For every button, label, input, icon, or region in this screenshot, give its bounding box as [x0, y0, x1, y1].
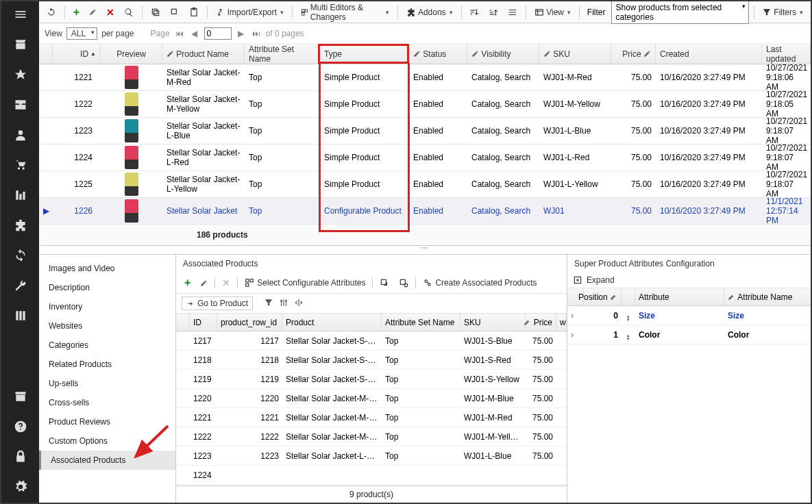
- add-button[interactable]: +: [70, 4, 83, 21]
- prev-page-button[interactable]: ◀: [189, 29, 200, 38]
- import-export-menu[interactable]: Import/Export: [212, 5, 287, 19]
- col-attr[interactable]: Attribute Set Name: [245, 44, 320, 64]
- gear-icon[interactable]: [13, 479, 28, 494]
- assoc-row[interactable]: 1219 1219 Stellar Solar Jacket-S-Yellow …: [176, 370, 567, 389]
- col-visibility[interactable]: Visibility: [467, 44, 539, 64]
- copy-button[interactable]: [147, 5, 164, 19]
- star-icon[interactable]: [13, 67, 28, 82]
- assoc-filter-button[interactable]: [264, 298, 273, 310]
- last-page-button[interactable]: ⏭: [251, 29, 262, 38]
- assoc-row[interactable]: 1220 1220 Stellar Solar Jacket-M-Blue To…: [176, 389, 567, 408]
- assoc-row[interactable]: 1224: [176, 466, 567, 485]
- paste-button[interactable]: [186, 5, 202, 19]
- assoc-add-button[interactable]: +: [182, 275, 193, 290]
- acol-prid[interactable]: product_row_id: [217, 314, 282, 331]
- delete-button[interactable]: ✕: [103, 5, 118, 20]
- col-attribute[interactable]: Attribute: [635, 288, 724, 305]
- menu-icon[interactable]: [13, 7, 28, 22]
- tab-inventory[interactable]: Inventory: [39, 297, 175, 316]
- archive-icon[interactable]: [13, 389, 28, 404]
- expand-icon[interactable]: ›: [567, 311, 584, 320]
- acol-w[interactable]: w: [556, 314, 567, 331]
- assoc-btn2[interactable]: [396, 277, 411, 289]
- col-updated[interactable]: Last updated: [762, 44, 811, 64]
- tab-custom-options[interactable]: Custom Options: [39, 431, 175, 451]
- assoc-row[interactable]: 1223 1223 Stellar Solar Jacket-L-Blue To…: [176, 446, 567, 466]
- page-input[interactable]: [204, 27, 232, 40]
- search-button[interactable]: [121, 5, 137, 19]
- edit-button[interactable]: [86, 6, 100, 18]
- store-icon[interactable]: [13, 37, 28, 52]
- col-attr-name[interactable]: Attribute Name: [724, 288, 811, 305]
- assoc-cols-button[interactable]: [279, 298, 288, 310]
- expand-icon[interactable]: ›: [567, 330, 584, 340]
- assoc-split-button[interactable]: [294, 298, 304, 310]
- acol-price[interactable]: Price: [526, 314, 556, 331]
- table-row[interactable]: 1221 Stellar Solar Jacket-M-Red Top Simp…: [39, 64, 811, 91]
- filter-dropdown[interactable]: Show products from selected categories: [611, 1, 749, 24]
- col-sku[interactable]: SKU: [539, 44, 611, 64]
- tab-description[interactable]: Description: [39, 278, 175, 297]
- tab-related-products[interactable]: Related Products: [39, 355, 175, 374]
- col-type[interactable]: Type: [318, 44, 409, 64]
- table-row[interactable]: 1222 Stellar Solar Jacket-M-Yellow Top S…: [39, 91, 811, 118]
- copy2-button[interactable]: [167, 5, 183, 19]
- tab-associated-products[interactable]: Associated Products: [39, 451, 175, 470]
- assoc-row[interactable]: 1218 1218 Stellar Solar Jacket-S-Red Top…: [176, 351, 567, 370]
- table-row[interactable]: 1225 Stellar Solar Jacket-L-Yellow Top S…: [39, 171, 811, 198]
- chart-icon[interactable]: [13, 188, 28, 203]
- inbox-icon[interactable]: [13, 97, 28, 112]
- sort3-button[interactable]: [504, 5, 521, 19]
- table-row[interactable]: 1224 Stellar Solar Jacket-L-Red Top Simp…: [39, 144, 811, 171]
- refresh-button[interactable]: [43, 5, 60, 19]
- first-page-button[interactable]: ⏮: [174, 29, 185, 38]
- acol-attr[interactable]: Attribute Set Name: [382, 314, 460, 331]
- assoc-btn1[interactable]: [377, 277, 392, 289]
- create-assoc-button[interactable]: Create Associated Products: [420, 277, 539, 289]
- attr-row[interactable]: › 0 ▴▾ Size Size: [567, 306, 811, 325]
- addons-menu[interactable]: Addons: [403, 5, 456, 19]
- assoc-delete-button[interactable]: ✕: [219, 276, 233, 290]
- tab-product-reviews[interactable]: Product Reviews: [39, 412, 175, 431]
- attr-row[interactable]: › 1 ▴▾ Color Color: [567, 325, 811, 344]
- select-attrs-button[interactable]: Select Configurable Attributes: [242, 277, 368, 289]
- col-price[interactable]: Price: [611, 44, 656, 64]
- col-position[interactable]: Position: [584, 288, 622, 305]
- expand-button[interactable]: Expand: [587, 275, 615, 285]
- col-preview[interactable]: Preview: [101, 44, 162, 64]
- sort2-button[interactable]: [485, 5, 502, 19]
- col-created[interactable]: Created: [656, 44, 762, 64]
- assoc-row[interactable]: 1222 1222 Stellar Solar Jacket-M-Yell… T…: [176, 427, 567, 446]
- tab-cross-sells[interactable]: Cross-sells: [39, 393, 175, 412]
- tab-websites[interactable]: Websites: [39, 316, 175, 336]
- sort1-button[interactable]: [466, 5, 482, 19]
- columns-icon[interactable]: [13, 308, 28, 323]
- tab-up-sells[interactable]: Up-sells: [39, 374, 175, 393]
- help-icon[interactable]: [13, 419, 28, 434]
- user-icon[interactable]: [13, 127, 28, 142]
- acol-product[interactable]: Product: [282, 314, 382, 331]
- assoc-edit-button[interactable]: [197, 278, 210, 288]
- go-to-product-button[interactable]: Go to Product: [182, 297, 253, 310]
- next-page-button[interactable]: ▶: [236, 29, 247, 38]
- col-status[interactable]: Status: [409, 44, 467, 64]
- horizontal-splitter[interactable]: ⋯: [39, 246, 811, 254]
- assoc-row[interactable]: 1217 1217 Stellar Solar Jacket-S-Blue To…: [176, 331, 567, 351]
- view-menu[interactable]: View: [531, 5, 574, 19]
- acol-sku[interactable]: SKU: [460, 314, 526, 331]
- table-row[interactable]: ▶ 1226 Stellar Solar Jacket Top Configur…: [39, 198, 811, 225]
- assoc-row[interactable]: 1221 1221 Stellar Solar Jacket-M-Red Top…: [176, 408, 567, 427]
- filters-menu[interactable]: Filters: [759, 5, 807, 19]
- cart-icon[interactable]: [13, 158, 28, 173]
- wrench-icon[interactable]: [13, 278, 28, 293]
- lock-icon[interactable]: [13, 449, 28, 464]
- acol-id[interactable]: ID: [190, 314, 217, 331]
- per-page-select[interactable]: ALL: [66, 27, 97, 40]
- puzzle-icon[interactable]: [13, 218, 28, 233]
- table-row[interactable]: 1223 Stellar Solar Jacket-L-Blue Top Sim…: [39, 118, 811, 144]
- multi-editors-menu[interactable]: Multi Editors & Changers: [297, 1, 393, 24]
- tab-categories[interactable]: Categories: [39, 336, 175, 355]
- tab-images-and-video[interactable]: Images and Video: [39, 259, 175, 278]
- col-id[interactable]: ID ▲: [53, 44, 101, 64]
- sync-icon[interactable]: [13, 248, 28, 263]
